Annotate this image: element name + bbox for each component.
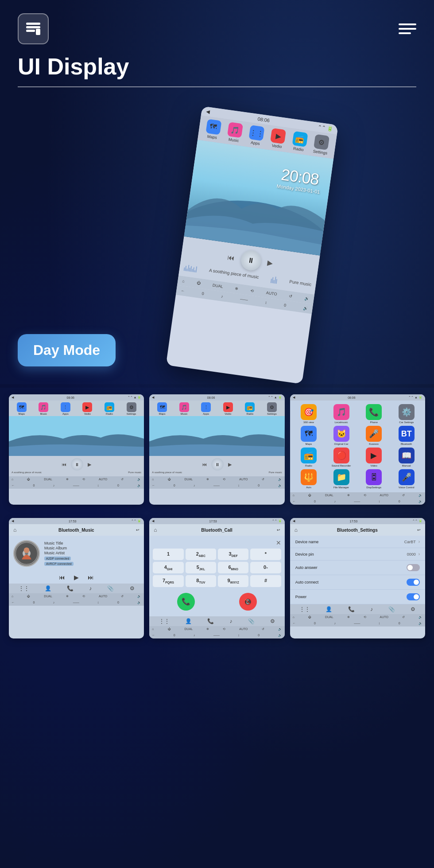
svg-rect-1	[26, 26, 40, 28]
header: UI Display	[0, 0, 434, 101]
large-phone-mockup: ◀ 08:06 ⌃⌃ 🔋 🗺Maps 🎵Music ⋮⋮Apps ▶Vedio …	[166, 106, 338, 384]
bt-music-info: Music Title Music Album Music Artist A2D…	[44, 541, 140, 566]
grid-app-avin: 🔱Avin	[294, 469, 324, 489]
phones-row2: ◀ 17:53 ⌃⌃ 🔋 ⌂ Bluetooth_Music ↩ Mus	[0, 511, 434, 645]
grid-app-kuwooo: 🎤Kuwooo	[359, 426, 389, 445]
bt-power-row[interactable]: Power	[290, 590, 425, 604]
dialer-key-4[interactable]: 4GHI	[153, 562, 183, 573]
svg-rect-3	[36, 29, 40, 35]
dialer-key-6[interactable]: 6MNO	[218, 562, 248, 573]
dialer-key-7[interactable]: 7PQRS	[153, 575, 183, 587]
bt-settings-nav-strip: ⋮⋮👤📞♪📎⚙	[290, 604, 425, 614]
dialer-key-2[interactable]: 2ABC	[186, 549, 216, 560]
bt-call-header: ⌂ Bluetooth_Call ↩	[149, 524, 284, 536]
grid-app-carsettings: ⚙️Car Settings	[391, 404, 422, 424]
bt-settings-content: Device name CarBT › Device pin 0000 › Au…	[290, 536, 425, 604]
power-toggle[interactable]	[407, 593, 420, 600]
svg-rect-2	[26, 30, 35, 32]
bt-call-nav-strip: ⋮⋮👤📞♪📎⚙	[149, 616, 284, 626]
bt-music-nav-strip: ⋮⋮👤📞♪📎⚙	[9, 584, 144, 593]
dialer-grid: 1 2ABC 3DEF * 4GHI 5JKL 6MNO 0- 7PQRS 8T…	[153, 549, 281, 587]
svg-rect-0	[26, 23, 40, 25]
bt-device-pin-row[interactable]: Device pin 0000 ›	[290, 548, 425, 561]
dialer-content: ✕ 1 2ABC 3DEF * 4GHI 5JKL 6MNO 0- 7PQRS …	[149, 536, 284, 616]
grid-app-phone: 📞Phone	[359, 404, 389, 424]
dialer-key-9[interactable]: 9WXYZ	[218, 575, 248, 587]
grid-app-video: ▶Video	[359, 448, 389, 467]
bt-music-content: Music Title Music Album Music Artist A2D…	[9, 536, 144, 571]
grid-app-soundrecorder: 🔴Sound Recorder	[326, 448, 356, 467]
dialer-key-3[interactable]: 3DEF	[218, 549, 248, 560]
bt-device-name-row[interactable]: Device name CarBT ›	[290, 536, 425, 548]
grid-app-dispsettings: 🎛DispSettings	[359, 469, 389, 489]
phone-card-1: ◀ 08:06 ⌃⌃ ▲ 🔋 🗺Maps 🎵Music ⋮Apps ▶Vedio…	[9, 394, 144, 505]
grid-app-manual: 📖Manual	[391, 448, 422, 467]
bt-auto-connect-row[interactable]: Auto connect	[290, 575, 425, 590]
grid-app-filemanager: 📁File Manager	[326, 469, 356, 489]
bt-settings-header: ⌂ Bluetooth_Settings ↩	[290, 524, 425, 536]
phones-row1: ◀ 08:06 ⌃⌃ ▲ 🔋 🗺Maps 🎵Music ⋮Apps ▶Vedio…	[0, 388, 434, 511]
dialer-call-buttons: 📞 📵	[153, 591, 281, 613]
grid-app-radio: 📻Radio	[294, 448, 324, 467]
dialer-key-5[interactable]: 5JKL	[186, 562, 216, 573]
large-phone-wallpaper: 20:08 Monday 2023-01-01	[184, 140, 333, 256]
auto-answer-toggle[interactable]	[407, 564, 420, 571]
bt-settings-card: ◀ 17:53 ⌃⌃ 🔋 ⌂ Bluetooth_Settings ↩ Devi…	[290, 518, 425, 638]
hamburger-icon[interactable]	[399, 23, 416, 34]
album-art	[13, 540, 40, 567]
svg-rect-5	[37, 32, 39, 33]
bt-player-controls: ⏮▶⏭	[9, 571, 144, 584]
grid-app-localmusic: 🎵Localmusic	[326, 404, 356, 424]
dialer-key-star[interactable]: *	[250, 549, 281, 560]
grid-app-originalcar: 🐱Original Car	[326, 426, 356, 445]
call-reject-button[interactable]: 📵	[239, 593, 257, 611]
grid-app-360view: 🎯360 view	[294, 404, 324, 424]
bt-call-card: ◀ 17:53 ⌃⌃ 🔋 ⌂ Bluetooth_Call ↩ ✕ 1 2ABC…	[149, 518, 284, 638]
dialer-key-hash[interactable]: #	[250, 575, 281, 587]
main-display: ◀ 08:06 ⌃⌃ 🔋 🗺Maps 🎵Music ⋮⋮Apps ▶Vedio …	[0, 101, 434, 384]
auto-connect-toggle[interactable]	[407, 579, 420, 586]
grid-app-maps: 🗺Maps	[294, 426, 324, 445]
grid-app-bluetooth: BTBluetooth	[391, 426, 422, 445]
dialer-key-8[interactable]: 8TUV	[186, 575, 216, 587]
svg-point-13	[24, 548, 30, 553]
dialer-key-1[interactable]: 1	[153, 549, 183, 560]
bt-auto-answer-row[interactable]: Auto answer	[290, 561, 425, 575]
bt-music-card: ◀ 17:53 ⌃⌃ 🔋 ⌂ Bluetooth_Music ↩ Mus	[9, 518, 144, 638]
grid-app-voicecontrol: 🎤Voice Control	[391, 469, 422, 489]
day-mode-badge: Day Mode	[18, 334, 116, 366]
dialer-key-0dash[interactable]: 0-	[250, 562, 281, 573]
header-top	[18, 13, 416, 44]
call-accept-button[interactable]: 📞	[177, 593, 195, 611]
dialer-close-btn[interactable]: ✕	[153, 539, 281, 546]
logo-icon	[18, 13, 49, 44]
page-title: UI Display	[18, 53, 416, 80]
phone-card-2: ◀ 08:06 ⌃⌃ ▲ 🔋 🗺Maps 🎵Music ⋮Apps ▶Vedio…	[149, 394, 284, 505]
svg-rect-4	[37, 31, 39, 31]
phone-card-3-appgrid: ◀ 08:06 ⌃⌃ ▲ 🔋 🎯360 view 🎵Localmusic 📞Ph…	[290, 394, 425, 505]
header-divider	[18, 86, 416, 87]
bt-music-header: ⌂ Bluetooth_Music ↩	[9, 524, 144, 536]
